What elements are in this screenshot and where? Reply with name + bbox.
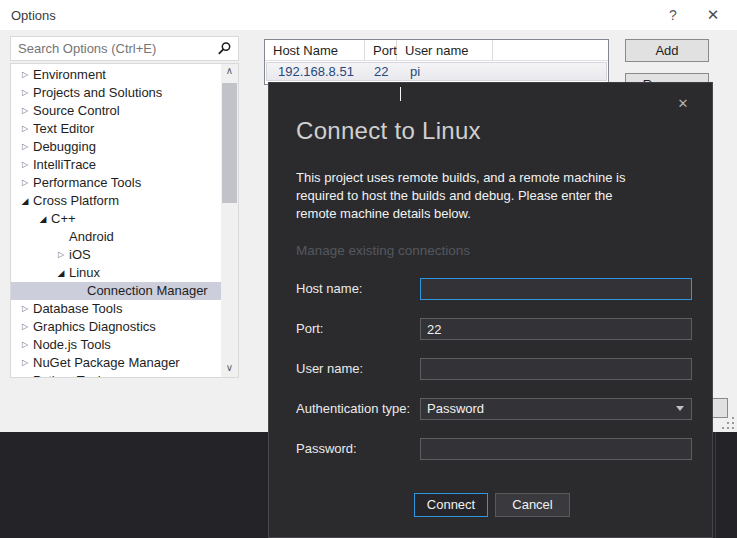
scrollbar-up-icon[interactable]: ∧ xyxy=(221,64,238,80)
tree-collapsed-icon[interactable]: ▷ xyxy=(55,246,67,264)
vs-window-edge xyxy=(715,432,716,538)
cell-host-name: 192.168.8.51 xyxy=(278,63,354,80)
tree-item-connection-manager[interactable]: Connection Manager xyxy=(11,282,222,300)
resize-grip-icon[interactable] xyxy=(722,417,734,429)
search-icon xyxy=(217,41,232,56)
tree-item-android[interactable]: Android xyxy=(11,228,222,246)
scrollbar-thumb[interactable] xyxy=(222,83,237,203)
tree-item-performance-tools[interactable]: ▷Performance Tools xyxy=(11,174,222,192)
tree-collapsed-icon[interactable]: ▷ xyxy=(19,336,31,354)
tree-collapsed-icon[interactable]: ▷ xyxy=(19,102,31,120)
connect-button[interactable]: Connect xyxy=(414,493,488,517)
port-field[interactable] xyxy=(420,318,692,340)
tree-item-python-tools[interactable]: ▷Python Tools xyxy=(11,372,222,378)
cell-port: 22 xyxy=(374,63,388,80)
tree-expanded-icon[interactable]: ◢ xyxy=(19,192,31,210)
authentication-type-dropdown[interactable]: Password xyxy=(420,398,692,420)
cancel-button[interactable]: Cancel xyxy=(495,493,570,517)
connections-table: Host Name Port User name 192.168.8.51 22… xyxy=(264,39,609,85)
search-input[interactable] xyxy=(18,39,208,58)
tree-expanded-icon[interactable]: ◢ xyxy=(37,210,49,228)
cell-user-name: pi xyxy=(410,63,420,80)
tree-expanded-icon[interactable]: ◢ xyxy=(55,264,67,282)
close-icon[interactable]: ✕ xyxy=(674,95,692,113)
password-label: Password: xyxy=(296,438,357,460)
tree-collapsed-icon[interactable]: ▷ xyxy=(19,174,31,192)
tree-collapsed-icon[interactable]: ▷ xyxy=(19,138,31,156)
authentication-type-label: Authentication type: xyxy=(296,398,410,420)
tree-collapsed-icon[interactable]: ▷ xyxy=(19,156,31,174)
scrollbar-down-icon[interactable]: ∨ xyxy=(221,361,238,377)
table-row[interactable]: 192.168.8.51 22 pi xyxy=(266,62,607,81)
tree-collapsed-icon[interactable]: ▷ xyxy=(19,84,31,102)
connect-to-linux-dialog: ✕ Connect to Linux This project uses rem… xyxy=(268,82,713,538)
user-name-field[interactable] xyxy=(420,358,692,380)
dialog-description: This project uses remote builds, and a r… xyxy=(296,169,696,223)
tree-item-cpp[interactable]: ◢C++ xyxy=(11,210,222,228)
tree-item-nuget-package-manager[interactable]: ▷NuGet Package Manager xyxy=(11,354,222,372)
tree-item-database-tools[interactable]: ▷Database Tools xyxy=(11,300,222,318)
options-titlebar: Options ? ✕ xyxy=(0,0,737,30)
window-title: Options xyxy=(11,8,56,23)
dialog-title: Connect to Linux xyxy=(296,117,481,145)
tree-item-debugging[interactable]: ▷Debugging xyxy=(11,138,222,156)
tree-item-cross-platform[interactable]: ◢Cross Platform xyxy=(11,192,222,210)
tree-collapsed-icon[interactable]: ▷ xyxy=(19,300,31,318)
manage-existing-connections-link[interactable]: Manage existing connections xyxy=(296,243,470,258)
search-box[interactable] xyxy=(10,36,239,61)
window-close-icon[interactable]: ✕ xyxy=(701,4,725,26)
tree-item-source-control[interactable]: ▷Source Control xyxy=(11,102,222,120)
tree-collapsed-icon[interactable]: ▷ xyxy=(19,66,31,84)
tree-item-ios[interactable]: ▷iOS xyxy=(11,246,222,264)
host-name-field[interactable] xyxy=(420,278,692,300)
add-button[interactable]: Add xyxy=(625,39,709,62)
tree-item-nodejs-tools[interactable]: ▷Node.js Tools xyxy=(11,336,222,354)
options-tree: ▷Environment ▷Projects and Solutions ▷So… xyxy=(10,63,239,378)
tree-item-linux[interactable]: ◢Linux xyxy=(11,264,222,282)
tree-item-projects-and-solutions[interactable]: ▷Projects and Solutions xyxy=(11,84,222,102)
password-field[interactable] xyxy=(420,438,692,460)
user-name-label: User name: xyxy=(296,358,363,380)
tree-item-intellitrace[interactable]: ▷IntelliTrace xyxy=(11,156,222,174)
dropdown-arrow-icon xyxy=(676,406,684,411)
host-name-label: Host name: xyxy=(296,278,362,300)
column-header-port[interactable]: Port xyxy=(365,40,397,61)
column-header-host-name[interactable]: Host Name xyxy=(265,40,365,61)
tree-collapsed-icon[interactable]: ▷ xyxy=(19,354,31,372)
help-icon[interactable]: ? xyxy=(663,5,683,25)
port-label: Port: xyxy=(296,318,323,340)
tree-item-graphics-diagnostics[interactable]: ▷Graphics Diagnostics xyxy=(11,318,222,336)
tree-collapsed-icon[interactable]: ▷ xyxy=(19,318,31,336)
tree-scrollbar[interactable]: ∧ ∨ xyxy=(221,64,238,377)
text-cursor xyxy=(400,87,401,101)
tree-item-text-editor[interactable]: ▷Text Editor xyxy=(11,120,222,138)
tree-collapsed-icon[interactable]: ▷ xyxy=(19,372,31,378)
tree-item-environment[interactable]: ▷Environment xyxy=(11,66,222,84)
column-header-empty[interactable] xyxy=(493,40,608,61)
tree-collapsed-icon[interactable]: ▷ xyxy=(19,120,31,138)
table-header: Host Name Port User name xyxy=(265,40,608,61)
column-header-user-name[interactable]: User name xyxy=(397,40,493,61)
